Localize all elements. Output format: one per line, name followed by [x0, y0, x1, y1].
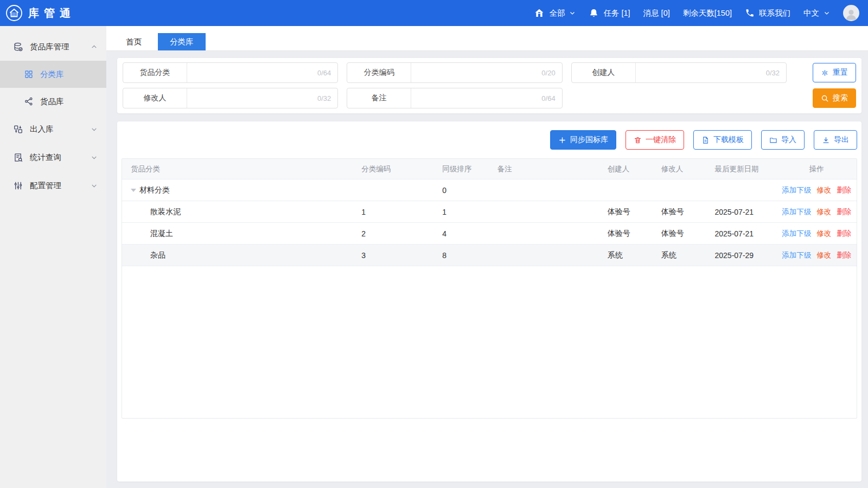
field-label: 分类编码 [347, 63, 411, 82]
table-header-row: 货品分类 分类编码 同级排序 备注 创建人 修改人 最后更新日期 操作 [122, 159, 857, 179]
table-toolbar: 同步国标库 一键清除 下载模板 [122, 130, 857, 150]
field-goods-category: 货品分类 0/64 [123, 62, 338, 83]
scope-label: 全部 [549, 8, 565, 18]
category-name-cell: 材料分类 [122, 185, 357, 195]
scope-selector[interactable]: 全部 [534, 8, 576, 18]
sidebar-item-label: 配置管理 [30, 181, 84, 191]
category-name-cell: 混凝土 [122, 229, 357, 239]
document-icon [701, 136, 710, 144]
chevron-up-icon [91, 43, 98, 50]
messages-label[interactable]: 消息 [0] [643, 8, 670, 18]
import-button[interactable]: 导入 [761, 130, 805, 150]
remark-input[interactable] [411, 88, 541, 108]
download-template-button[interactable]: 下载模板 [693, 130, 752, 150]
contact-us[interactable]: 联系我们 [745, 8, 790, 18]
sibling-order-cell: 4 [438, 229, 493, 238]
creator-input[interactable] [636, 63, 766, 82]
delete-link[interactable]: 删除 [837, 251, 851, 260]
tab-bar: 首页 分类库 [106, 26, 868, 51]
edit-link[interactable]: 修改 [816, 229, 831, 239]
sync-national-standard-button[interactable]: 同步国标库 [550, 130, 616, 150]
category-table: 货品分类 分类编码 同级排序 备注 创建人 修改人 最后更新日期 操作 材料分类… [122, 158, 857, 419]
table-panel: 同步国标库 一键清除 下载模板 [117, 121, 861, 481]
sidebar-item-label: 出入库 [30, 124, 84, 134]
delete-link[interactable]: 删除 [837, 207, 851, 217]
import-label: 导入 [781, 135, 796, 145]
reset-label: 重置 [833, 68, 848, 78]
col-remark: 备注 [493, 164, 603, 174]
sidebar-item-category-library[interactable]: 分类库 [0, 61, 106, 88]
sidebar-item-goods-library[interactable]: 货品库 [0, 88, 106, 115]
plus-icon [558, 136, 566, 144]
category-code-input[interactable] [411, 63, 541, 82]
col-modifier: 修改人 [657, 164, 711, 174]
edit-link[interactable]: 修改 [816, 185, 831, 195]
row-actions: 添加下级 修改 删除 [776, 207, 857, 217]
edit-link[interactable]: 修改 [816, 251, 831, 260]
sidebar-item-in-out-warehouse[interactable]: 出入库 [0, 115, 106, 143]
char-counter: 0/64 [317, 63, 337, 82]
field-label: 货品分类 [123, 63, 187, 82]
reset-button[interactable]: 重置 [813, 63, 856, 82]
sidebar-item-inventory-mgmt[interactable]: 货品库管理 [0, 33, 106, 61]
content-area: 货品分类 0/64 分类编码 0/20 创建人 0/32 [106, 51, 868, 488]
char-counter: 0/64 [541, 88, 561, 108]
add-child-link[interactable]: 添加下级 [782, 185, 811, 195]
creator-cell: 体验号 [603, 229, 657, 239]
category-name: 材料分类 [139, 185, 170, 195]
table-row: 材料分类 0 添加下级 修改 删除 [122, 179, 857, 201]
char-counter: 0/32 [766, 63, 786, 82]
col-creator: 创建人 [603, 164, 657, 174]
tab-category-library[interactable]: 分类库 [158, 33, 206, 50]
sidebar-item-label: 分类库 [40, 69, 64, 80]
language-selector[interactable]: 中文 [803, 8, 830, 18]
field-remark: 备注 0/64 [347, 88, 562, 108]
modifier-cell: 系统 [657, 251, 711, 260]
chevron-down-icon [569, 10, 576, 16]
last-updated-cell: 2025-07-29 [711, 251, 777, 260]
field-creator: 创建人 0/32 [571, 62, 787, 83]
last-updated-cell: 2025-07-21 [711, 208, 777, 216]
goods-category-input[interactable] [187, 63, 317, 82]
tasks-label[interactable]: 任务 [1] [603, 8, 630, 18]
creator-cell: 体验号 [603, 207, 657, 217]
user-avatar[interactable] [843, 5, 859, 21]
field-label: 修改人 [123, 88, 187, 108]
delete-link[interactable]: 删除 [837, 185, 851, 195]
category-name: 散装水泥 [150, 207, 181, 217]
trash-icon [634, 136, 642, 144]
col-actions: 操作 [776, 164, 857, 174]
modifier-cell: 体验号 [657, 207, 711, 217]
sidebar-item-label: 货品库管理 [30, 42, 84, 52]
export-button[interactable]: 导出 [814, 130, 857, 150]
edit-link[interactable]: 修改 [816, 207, 831, 217]
tab-home[interactable]: 首页 [114, 33, 154, 50]
chevron-down-icon [91, 154, 98, 161]
row-actions: 添加下级 修改 删除 [776, 229, 857, 239]
search-button[interactable]: 搜索 [813, 88, 856, 108]
grid-icon [24, 69, 34, 79]
row-actions: 添加下级 修改 删除 [776, 185, 857, 195]
contact-label: 联系我们 [759, 8, 790, 18]
modifier-input[interactable] [187, 88, 317, 108]
sibling-order-cell: 0 [438, 186, 493, 195]
last-updated-cell: 2025-07-21 [711, 229, 777, 238]
table-row: 杂品 3 8 系统 系统 2025-07-29 添加下级 修改 删除 [122, 245, 857, 266]
add-child-link[interactable]: 添加下级 [782, 207, 811, 217]
add-child-link[interactable]: 添加下级 [782, 251, 811, 260]
sidebar-item-config-mgmt[interactable]: 配置管理 [0, 171, 106, 200]
inventory-icon [13, 42, 23, 52]
add-child-link[interactable]: 添加下级 [782, 229, 811, 239]
modifier-cell: 体验号 [657, 229, 711, 239]
sidebar-item-statistics-query[interactable]: 统计查询 [0, 143, 106, 171]
days-left-label: 剩余天数[150] [683, 8, 732, 18]
sidebar-item-label: 统计查询 [30, 152, 84, 163]
clear-all-button[interactable]: 一键清除 [626, 130, 684, 150]
bell-icon [589, 8, 599, 18]
language-label: 中文 [803, 8, 819, 18]
sidebar-item-label: 货品库 [40, 97, 64, 107]
category-code-cell: 1 [357, 208, 438, 216]
notifications[interactable]: 任务 [1] [589, 8, 630, 18]
tree-caret-icon[interactable] [131, 189, 136, 192]
delete-link[interactable]: 删除 [837, 229, 851, 239]
